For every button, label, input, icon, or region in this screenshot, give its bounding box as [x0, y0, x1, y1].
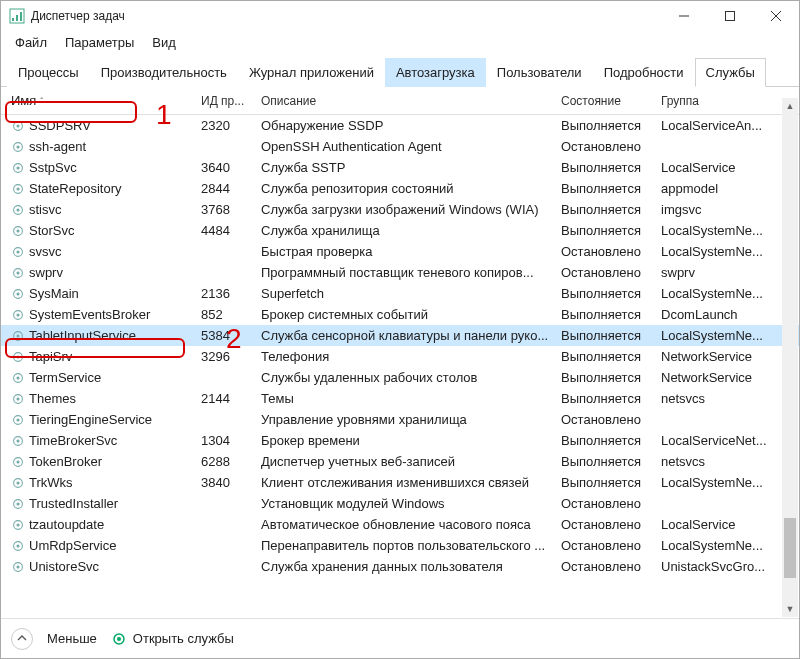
- scrollbar[interactable]: ▲ ▼: [782, 98, 798, 617]
- table-row[interactable]: svsvcБыстрая проверкаОстановленоLocalSys…: [1, 241, 799, 262]
- table-row[interactable]: TapiSrv3296ТелефонияВыполняетсяNetworkSe…: [1, 346, 799, 367]
- cell-state: Выполняется: [555, 433, 655, 448]
- svg-point-35: [16, 397, 19, 400]
- tab-services[interactable]: Службы: [695, 58, 766, 87]
- svg-point-41: [16, 460, 19, 463]
- cell-pid: 3296: [195, 349, 255, 364]
- table-row[interactable]: tzautoupdateАвтоматическое обновление ча…: [1, 514, 799, 535]
- table-row[interactable]: UmRdpServiceПеренаправитель портов польз…: [1, 535, 799, 556]
- service-icon: [11, 434, 25, 448]
- header-row: Имяˆ ИД пр... Описание Состояние Группа: [1, 87, 799, 115]
- cell-group: UnistackSvcGro...: [655, 559, 775, 574]
- menu-view[interactable]: Вид: [144, 33, 184, 52]
- cell-desc: Установщик модулей Windows: [255, 496, 555, 511]
- menu-file[interactable]: Файл: [7, 33, 55, 52]
- svg-point-43: [16, 481, 19, 484]
- cell-pid: 2320: [195, 118, 255, 133]
- cell-desc: Служба репозитория состояний: [255, 181, 555, 196]
- cell-desc: Брокер системных событий: [255, 307, 555, 322]
- cell-pid: 3640: [195, 160, 255, 175]
- cell-pid: 6288: [195, 454, 255, 469]
- cell-desc: Служба хранилища: [255, 223, 555, 238]
- cell-group: LocalServiceNet...: [655, 433, 775, 448]
- tab-users[interactable]: Пользователи: [486, 58, 593, 87]
- cell-state: Выполняется: [555, 370, 655, 385]
- fewer-details-label: Меньше: [47, 631, 97, 646]
- table-row[interactable]: TabletInputService5384Служба сенсорной к…: [1, 325, 799, 346]
- cell-state: Выполняется: [555, 286, 655, 301]
- tab-startup[interactable]: Автозагрузка: [385, 58, 486, 87]
- cell-name: SysMain: [5, 286, 195, 301]
- table-row[interactable]: TimeBrokerSvc1304Брокер времениВыполняет…: [1, 430, 799, 451]
- table-row[interactable]: SstpSvc3640Служба SSTPВыполняетсяLocalSe…: [1, 157, 799, 178]
- col-header-state[interactable]: Состояние: [555, 94, 655, 108]
- svg-point-47: [16, 523, 19, 526]
- menu-options[interactable]: Параметры: [57, 33, 142, 52]
- service-icon: [11, 476, 25, 490]
- table-row[interactable]: TrustedInstallerУстановщик модулей Windo…: [1, 493, 799, 514]
- service-icon: [11, 455, 25, 469]
- col-header-name[interactable]: Имяˆ: [5, 93, 195, 108]
- cell-desc: Перенаправитель портов пользовательского…: [255, 538, 555, 553]
- svg-point-23: [16, 271, 19, 274]
- svg-point-33: [16, 376, 19, 379]
- table-row[interactable]: TieringEngineServiceУправление уровнями …: [1, 409, 799, 430]
- cell-desc: Служба загрузки изображений Windows (WIA…: [255, 202, 555, 217]
- cell-state: Остановлено: [555, 559, 655, 574]
- table-row[interactable]: TokenBroker6288Диспетчер учетных веб-зап…: [1, 451, 799, 472]
- cell-name: swprv: [5, 265, 195, 280]
- table-row[interactable]: TermServiceСлужбы удаленных рабочих стол…: [1, 367, 799, 388]
- close-button[interactable]: [753, 1, 799, 31]
- col-header-pid[interactable]: ИД пр...: [195, 94, 255, 108]
- minimize-button[interactable]: [661, 1, 707, 31]
- scroll-up-icon[interactable]: ▲: [782, 98, 798, 114]
- table-row[interactable]: TrkWks3840Клиент отслеживания изменивших…: [1, 472, 799, 493]
- service-icon: [11, 497, 25, 511]
- cell-pid: 2844: [195, 181, 255, 196]
- table-row[interactable]: StorSvc4484Служба хранилищаВыполняетсяLo…: [1, 220, 799, 241]
- tab-performance[interactable]: Производительность: [90, 58, 238, 87]
- col-header-desc[interactable]: Описание: [255, 94, 555, 108]
- col-header-group[interactable]: Группа: [655, 94, 775, 108]
- cell-group: imgsvc: [655, 202, 775, 217]
- svg-rect-5: [726, 12, 735, 21]
- table-row[interactable]: stisvc3768Служба загрузки изображений Wi…: [1, 199, 799, 220]
- cell-name: ssh-agent: [5, 139, 195, 154]
- svg-point-11: [16, 145, 19, 148]
- scroll-thumb[interactable]: [784, 518, 796, 578]
- service-icon: [11, 245, 25, 259]
- cell-desc: Программный поставщик теневого копиров..…: [255, 265, 555, 280]
- table-row[interactable]: UnistoreSvcСлужба хранения данных пользо…: [1, 556, 799, 577]
- cell-state: Выполняется: [555, 181, 655, 196]
- svg-point-29: [16, 334, 19, 337]
- cell-state: Выполняется: [555, 328, 655, 343]
- cell-pid: 1304: [195, 433, 255, 448]
- cell-state: Остановлено: [555, 496, 655, 511]
- cell-name: TapiSrv: [5, 349, 195, 364]
- tab-apphistory[interactable]: Журнал приложений: [238, 58, 385, 87]
- cell-name: UmRdpService: [5, 538, 195, 553]
- maximize-button[interactable]: [707, 1, 753, 31]
- table-row[interactable]: SysMain2136SuperfetchВыполняетсяLocalSys…: [1, 283, 799, 304]
- service-icon: [11, 203, 25, 217]
- cell-group: NetworkService: [655, 349, 775, 364]
- open-services-link[interactable]: Открыть службы: [111, 631, 234, 647]
- table-row[interactable]: StateRepository2844Служба репозитория со…: [1, 178, 799, 199]
- table-row[interactable]: swprvПрограммный поставщик теневого копи…: [1, 262, 799, 283]
- table-row[interactable]: ssh-agentOpenSSH Authentication AgentОст…: [1, 136, 799, 157]
- fewer-details-button[interactable]: [11, 628, 33, 650]
- cell-desc: Superfetch: [255, 286, 555, 301]
- table-row[interactable]: SystemEventsBroker852Брокер системных со…: [1, 304, 799, 325]
- scroll-down-icon[interactable]: ▼: [782, 601, 798, 617]
- cell-name: SystemEventsBroker: [5, 307, 195, 322]
- cell-state: Выполняется: [555, 118, 655, 133]
- cell-name: TieringEngineService: [5, 412, 195, 427]
- table-row[interactable]: SSDPSRV2320Обнаружение SSDPВыполняетсяLo…: [1, 115, 799, 136]
- table-row[interactable]: Themes2144ТемыВыполняетсяnetsvcs: [1, 388, 799, 409]
- svg-rect-2: [16, 15, 18, 21]
- cell-pid: 3768: [195, 202, 255, 217]
- cell-state: Выполняется: [555, 307, 655, 322]
- service-icon: [11, 224, 25, 238]
- tab-processes[interactable]: Процессы: [7, 58, 90, 87]
- tab-details[interactable]: Подробности: [593, 58, 695, 87]
